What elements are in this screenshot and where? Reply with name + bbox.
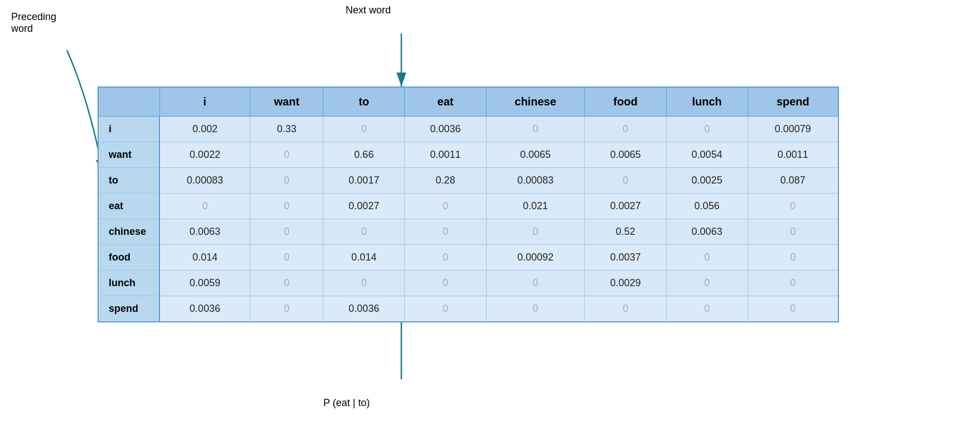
preceding-word-line1: Preceding: [11, 11, 56, 22]
cell-eat-lunch: 0.056: [666, 194, 748, 219]
cell-lunch-eat: 0: [405, 271, 486, 296]
cell-food-want: 0: [250, 245, 323, 271]
cell-to-i: 0.00083: [159, 168, 250, 194]
cell-chinese-to: 0: [323, 219, 405, 245]
table-header-row: i want to eat chinese food lunch spend: [98, 87, 838, 117]
row-label-spend: spend: [98, 296, 159, 322]
header-want: want: [250, 87, 323, 117]
row-label-to: to: [98, 168, 159, 194]
cell-chinese-want: 0: [250, 219, 323, 245]
cell-i-want: 0.33: [250, 117, 323, 142]
p-eat-to-label: P (eat | to): [323, 397, 370, 408]
header-to: to: [323, 87, 405, 117]
cell-eat-food: 0.0027: [585, 194, 666, 219]
cell-spend-food: 0: [585, 296, 666, 322]
cell-lunch-chinese: 0: [486, 271, 585, 296]
table-row: to0.0008300.00170.280.0008300.00250.087: [98, 168, 838, 194]
header-empty: [98, 87, 159, 117]
preceding-word-annotation: Preceding word: [11, 11, 56, 35]
cell-i-lunch: 0: [666, 117, 748, 142]
bigram-table: i want to eat chinese food lunch spend i…: [98, 86, 839, 322]
cell-to-spend: 0.087: [748, 168, 838, 194]
cell-spend-want: 0: [250, 296, 323, 322]
cell-food-chinese: 0.00092: [486, 245, 585, 271]
table-row: food0.01400.01400.000920.003700: [98, 245, 838, 271]
cell-to-eat: 0.28: [405, 168, 486, 194]
cell-to-chinese: 0.00083: [486, 168, 585, 194]
cell-lunch-want: 0: [250, 271, 323, 296]
cell-want-to: 0.66: [323, 142, 405, 168]
header-eat: eat: [405, 87, 486, 117]
cell-spend-to: 0.0036: [323, 296, 405, 322]
cell-eat-to: 0.0027: [323, 194, 405, 219]
row-label-want: want: [98, 142, 159, 168]
table-row: i0.0020.3300.00360000.00079: [98, 117, 838, 142]
cell-food-food: 0.0037: [585, 245, 666, 271]
cell-i-food: 0: [585, 117, 666, 142]
cell-want-want: 0: [250, 142, 323, 168]
cell-eat-i: 0: [159, 194, 250, 219]
cell-i-eat: 0.0036: [405, 117, 486, 142]
cell-chinese-eat: 0: [405, 219, 486, 245]
header-spend: spend: [748, 87, 838, 117]
preceding-word-line2: word: [11, 23, 33, 34]
cell-want-lunch: 0.0054: [666, 142, 748, 168]
cell-chinese-food: 0.52: [585, 219, 666, 245]
row-label-i: i: [98, 117, 159, 142]
cell-want-food: 0.0065: [585, 142, 666, 168]
cell-to-to: 0.0017: [323, 168, 405, 194]
header-food: food: [585, 87, 666, 117]
cell-food-eat: 0: [405, 245, 486, 271]
cell-food-to: 0.014: [323, 245, 405, 271]
cell-to-lunch: 0.0025: [666, 168, 748, 194]
cell-i-spend: 0.00079: [748, 117, 838, 142]
cell-lunch-spend: 0: [748, 271, 838, 296]
table-row: spend0.003600.003600000: [98, 296, 838, 322]
row-label-food: food: [98, 245, 159, 271]
header-chinese: chinese: [486, 87, 585, 117]
cell-food-lunch: 0: [666, 245, 748, 271]
cell-want-i: 0.0022: [159, 142, 250, 168]
cell-want-spend: 0.0011: [748, 142, 838, 168]
row-label-lunch: lunch: [98, 271, 159, 296]
cell-to-want: 0: [250, 168, 323, 194]
cell-spend-lunch: 0: [666, 296, 748, 322]
cell-i-i: 0.002: [159, 117, 250, 142]
cell-spend-eat: 0: [405, 296, 486, 322]
cell-lunch-i: 0.0059: [159, 271, 250, 296]
cell-want-chinese: 0.0065: [486, 142, 585, 168]
cell-food-spend: 0: [748, 245, 838, 271]
cell-eat-spend: 0: [748, 194, 838, 219]
table-row: eat000.002700.0210.00270.0560: [98, 194, 838, 219]
cell-lunch-to: 0: [323, 271, 405, 296]
cell-spend-chinese: 0: [486, 296, 585, 322]
next-word-annotation: Next word: [346, 4, 391, 16]
row-label-eat: eat: [98, 194, 159, 219]
table-row: lunch0.005900000.002900: [98, 271, 838, 296]
cell-spend-i: 0.0036: [159, 296, 250, 322]
row-label-chinese: chinese: [98, 219, 159, 245]
cell-chinese-spend: 0: [748, 219, 838, 245]
table-row: want0.002200.660.00110.00650.00650.00540…: [98, 142, 838, 168]
cell-food-i: 0.014: [159, 245, 250, 271]
next-word-label: Next word: [346, 4, 391, 16]
header-lunch: lunch: [666, 87, 748, 117]
cell-spend-spend: 0: [748, 296, 838, 322]
cell-eat-chinese: 0.021: [486, 194, 585, 219]
main-container: Preceding word Next word P (eat | to) i …: [0, 0, 980, 434]
cell-chinese-i: 0.0063: [159, 219, 250, 245]
header-i: i: [159, 87, 250, 117]
cell-eat-want: 0: [250, 194, 323, 219]
bigram-table-wrapper: i want to eat chinese food lunch spend i…: [98, 86, 839, 322]
cell-to-food: 0: [585, 168, 666, 194]
cell-i-to: 0: [323, 117, 405, 142]
table-row: chinese0.006300000.520.00630: [98, 219, 838, 245]
cell-lunch-lunch: 0: [666, 271, 748, 296]
cell-want-eat: 0.0011: [405, 142, 486, 168]
cell-lunch-food: 0.0029: [585, 271, 666, 296]
cell-i-chinese: 0: [486, 117, 585, 142]
cell-chinese-lunch: 0.0063: [666, 219, 748, 245]
p-eat-to-annotation: P (eat | to): [323, 397, 370, 409]
cell-eat-eat: 0: [405, 194, 486, 219]
cell-chinese-chinese: 0: [486, 219, 585, 245]
